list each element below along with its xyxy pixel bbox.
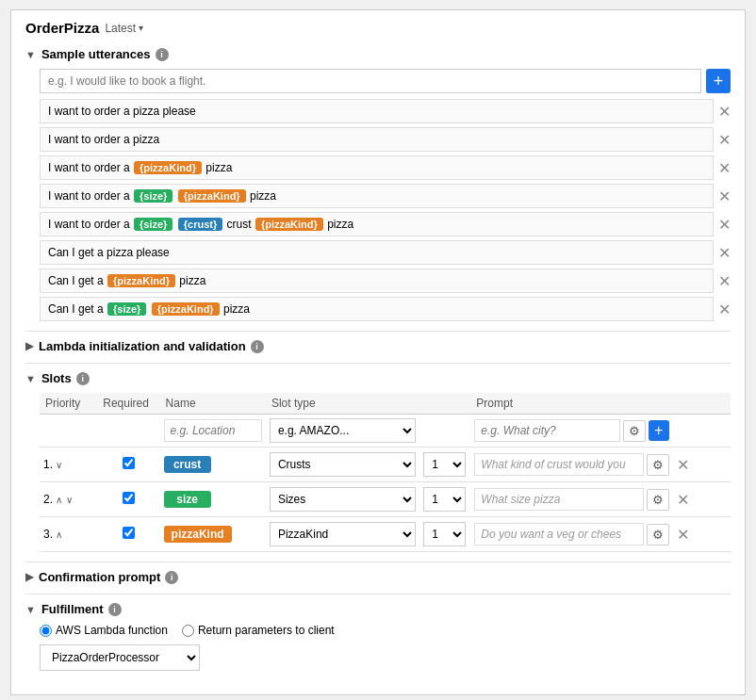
slot-priority-number: 2. [43,493,53,506]
return-radio-label[interactable]: Return parameters to client [182,624,335,637]
slot-actions-cell: ✕ [673,482,731,517]
slot-gear-button[interactable]: ⚙ [647,454,669,476]
col-slottype-header: Slot type [266,393,419,415]
slot-required-checkbox[interactable] [123,457,135,469]
slot-count-select[interactable]: 1 [423,522,466,546]
lambda-radio-input[interactable] [40,625,52,637]
utterance-text[interactable]: I want to order a {size} {crust} crust {… [40,212,714,236]
confirmation-header[interactable]: ▶ Confirmation prompt i [25,570,731,584]
slot-move-up-button[interactable]: ∧ [55,529,63,540]
utterance-text[interactable]: Can I get a {size} {pizzaKind} pizza [40,297,714,321]
slot-type-select[interactable]: Crusts [270,452,416,477]
return-radio-input[interactable] [182,625,194,637]
slots-header[interactable]: ▼ Slots i [25,371,731,385]
slot-type-cell: Crusts [266,448,419,482]
utterance-text[interactable]: I want to order a {pizzaKind} pizza [40,155,714,180]
col-actions-header [673,393,731,415]
utterance-text[interactable]: I want to order a pizza [40,127,714,152]
slot-prompt-cell: ⚙ [470,517,672,552]
slot-required-checkbox[interactable] [123,527,135,539]
slot-prompt-cell: ⚙ [470,482,672,517]
slot-count-cell: 1 [419,517,470,552]
utterance-add-button[interactable]: + [706,69,731,93]
slot-row: 1.∨crustCrusts1⚙✕ [40,448,731,482]
slot-tag: {crust} [178,218,222,231]
sample-utterances-header[interactable]: ▼ Sample utterances i [25,47,731,61]
main-container: OrderPizza Latest ▾ ▼ Sample utterances … [10,9,746,695]
slot-delete-button[interactable]: ✕ [677,457,689,473]
slot-priority-cell: 3.∧ [40,517,97,552]
slot-count-cell: 1 [419,448,470,482]
fulfillment-function-select[interactable]: PizzaOrderProcessor [40,644,200,671]
utterance-delete-button[interactable]: ✕ [718,301,731,318]
slot-move-up-button[interactable]: ∨ [55,460,63,470]
utterance-text[interactable]: Can I get a pizza please [40,240,714,265]
slot-actions-cell: ✕ [673,517,731,552]
slots-header-row: Priority Required Name Slot type Prompt [40,393,731,415]
slot-name-cell: size [160,482,266,517]
slot-type-input[interactable]: e.g. AMAZO... [270,418,416,443]
slot-name-tag: pizzaKind [164,526,232,543]
slot-move-up-button[interactable]: ∧ [55,495,63,505]
fulfillment-toggle: ▼ [25,604,36,615]
slot-type-cell: Sizes [266,482,419,517]
utterance-row: I want to order a pizza please✕ [40,99,731,123]
slot-name-input-cell [160,415,266,448]
utterance-delete-button[interactable]: ✕ [718,244,731,262]
col-prompt-header: Prompt [470,393,672,415]
fulfillment-header[interactable]: ▼ Fulfillment i [25,602,731,616]
slots-input-row: e.g. AMAZO... ⚙ + [40,415,731,448]
slot-delete-button[interactable]: ✕ [677,527,689,543]
slot-name-input[interactable] [164,419,262,442]
utterance-row: Can I get a {pizzaKind} pizza✕ [40,269,731,293]
utterance-text[interactable]: Can I get a {pizzaKind} pizza [40,269,714,293]
slot-prompt-input[interactable] [474,453,643,476]
slot-type-input-cell: e.g. AMAZO... [266,415,419,448]
utterance-delete-button[interactable]: ✕ [718,159,731,177]
lambda-header[interactable]: ▶ Lambda initialization and validation i [25,339,731,353]
slot-row: 3.∧pizzaKindPizzaKind1⚙✕ [40,517,731,552]
slot-gear-button[interactable]: ⚙ [647,489,669,511]
slot-type-select[interactable]: Sizes [270,487,416,512]
utterance-delete-button[interactable]: ✕ [718,216,731,234]
slot-required-cell [97,448,159,482]
slot-prompt-input[interactable] [474,488,643,511]
slot-type-select[interactable]: PizzaKind [270,522,416,546]
confirmation-label: Confirmation prompt [39,570,160,584]
slot-delete-button[interactable]: ✕ [677,492,689,508]
slot-required-checkbox[interactable] [123,492,135,504]
prompt-gear-button[interactable]: ⚙ [623,420,646,442]
slot-prompt-input[interactable] [474,523,643,545]
lambda-info: i [251,340,264,353]
utterances-list: I want to order a pizza please✕I want to… [40,99,731,321]
slot-count-select[interactable]: 1 [423,487,466,512]
lambda-label: Lambda initialization and validation [39,339,246,353]
slot-count-select[interactable]: 1 [423,452,466,477]
slot-name-cell: pizzaKind [160,517,266,552]
version-selector[interactable]: Latest ▾ [105,22,143,35]
confirmation-section: ▶ Confirmation prompt i [25,570,731,584]
slots-label: Slots [41,371,72,385]
slot-name-tag: size [164,491,211,508]
slot-gear-button[interactable]: ⚙ [647,524,669,545]
slot-priority-number: 3. [43,528,53,541]
prompt-add-button[interactable]: + [649,420,669,441]
col-name-header: Name [160,393,266,415]
slot-priority-number: 1. [43,458,53,471]
lambda-radio-label[interactable]: AWS Lambda function [40,624,168,637]
version-label: Latest [105,22,136,35]
utterance-delete-button[interactable]: ✕ [718,131,731,149]
prompt-input[interactable] [474,419,619,442]
fulfillment-select-row: PizzaOrderProcessor [40,644,731,671]
utterance-input[interactable] [40,69,701,93]
slots-body: Priority Required Name Slot type Prompt [25,393,731,552]
utterance-delete-button[interactable]: ✕ [718,272,731,290]
slot-move-down-button[interactable]: ∨ [65,495,74,505]
empty-count-input-cell [419,415,470,448]
utterance-delete-button[interactable]: ✕ [718,187,731,205]
utterance-text[interactable]: I want to order a {size} {pizzaKind} piz… [40,184,714,208]
prompt-input-cell: ⚙ + [470,415,672,448]
sample-utterances-label: Sample utterances [41,47,151,61]
utterance-text[interactable]: I want to order a pizza please [40,99,714,123]
utterance-delete-button[interactable]: ✕ [718,103,731,121]
